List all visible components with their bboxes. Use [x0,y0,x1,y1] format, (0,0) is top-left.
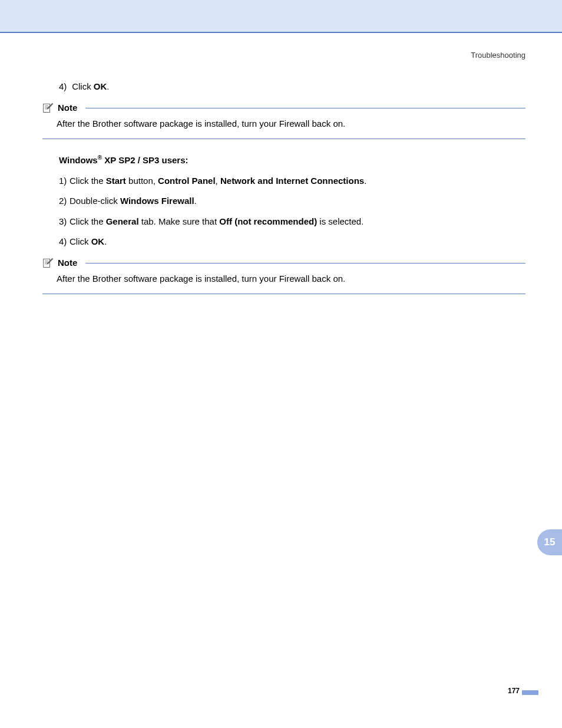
step-text: Double-click [70,196,120,206]
windows-xp-heading: Windows® XP SP2 / SP3 users: [59,153,525,167]
note-header: Note [42,102,525,114]
step-4-top: 4) Click OK. [59,80,525,94]
note-bottom-rule [42,294,525,294]
step-text: . [364,176,366,186]
step-bold-text: Windows Firewall [120,196,194,206]
page-number: 177 [508,687,520,695]
step-number: 2) [59,195,70,208]
step-bold-text: Start [106,176,126,186]
step-item: 4)Click OK. [59,235,525,249]
note-text: After the Brother software package is in… [57,117,525,131]
note-bottom-rule [42,139,525,139]
heading-registered: ® [98,154,102,161]
heading-suffix: XP SP2 / SP3 users: [102,155,188,165]
step-text: Click the [70,216,106,226]
step-text: , [216,176,220,186]
note-pencil-icon [42,102,54,114]
step-bold-text: Control Panel [158,176,216,186]
step-suffix: . [107,81,109,91]
page-accent-bar [522,690,538,695]
step-bold: OK [94,81,107,91]
heading-prefix: Windows [59,155,98,165]
step-number: 3) [59,215,70,229]
step-text: Click [70,236,91,246]
step-bold-text: General [106,216,139,226]
step-bold-text: Off (not recommended) [219,216,317,226]
step-bold-text: OK [91,236,105,246]
note-rule-line [85,263,525,263]
note-header: Note [42,257,525,269]
steps-list: 1)Click the Start button, Control Panel,… [42,174,525,249]
step-text: Click [72,81,94,91]
top-header-bar [0,0,562,33]
step-text: is selected. [317,216,363,226]
step-number: 4) [59,80,70,94]
chapter-tab: 15 [537,529,562,555]
step-number: 4) [59,235,70,249]
step-bold-text: Network and Internet Connections [220,176,364,186]
step-text: tab. Make sure that [139,216,220,226]
note-block-1: Note After the Brother software package … [42,102,525,140]
step-text: Click the [70,176,106,186]
note-label: Note [58,258,77,268]
step-item: 2)Double-click Windows Firewall. [59,195,525,208]
step-text: . [194,196,197,206]
section-header-title: Troubleshooting [471,51,525,60]
step-item: 1)Click the Start button, Control Panel,… [59,174,525,188]
step-text: . [104,236,107,246]
note-text: After the Brother software package is in… [57,272,525,286]
step-number: 1) [59,174,70,188]
step-item: 3)Click the General tab. Make sure that … [59,215,525,229]
step-text: button, [126,176,158,186]
note-rule-line [85,108,525,108]
note-label: Note [58,103,77,113]
note-block-2: Note After the Brother software package … [42,257,525,295]
page-content: 4) Click OK. Note After the Brother soft… [42,80,525,306]
note-pencil-icon [42,257,54,269]
